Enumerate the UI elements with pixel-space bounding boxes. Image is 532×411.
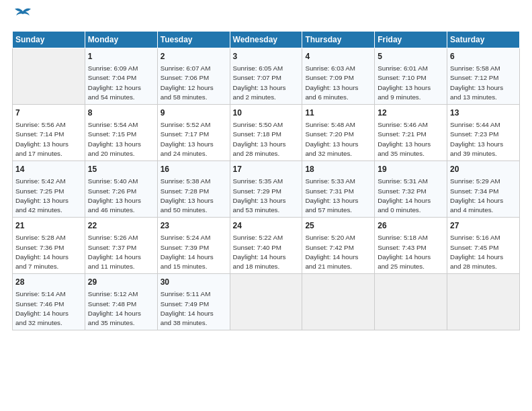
day-number: 21	[15, 220, 82, 231]
calendar-cell: 21Sunrise: 5:28 AMSunset: 7:36 PMDayligh…	[13, 218, 85, 274]
day-number: 28	[15, 277, 82, 287]
day-info: Sunrise: 6:01 AMSunset: 7:10 PMDaylight:…	[378, 64, 431, 101]
calendar-cell: 7Sunrise: 5:56 AMSunset: 7:14 PMDaylight…	[13, 105, 85, 161]
calendar-cell: 10Sunrise: 5:50 AMSunset: 7:18 PMDayligh…	[230, 105, 302, 161]
calendar-cell: 11Sunrise: 5:48 AMSunset: 7:20 PMDayligh…	[302, 105, 375, 161]
day-info: Sunrise: 5:29 AMSunset: 7:34 PMDaylight:…	[450, 177, 503, 214]
day-number: 13	[450, 107, 517, 118]
day-info: Sunrise: 5:28 AMSunset: 7:36 PMDaylight:…	[15, 234, 69, 270]
day-number: 30	[161, 277, 227, 287]
calendar-week-row: 7Sunrise: 5:56 AMSunset: 7:14 PMDaylight…	[13, 105, 520, 161]
calendar-cell: 26Sunrise: 5:18 AMSunset: 7:43 PMDayligh…	[375, 218, 447, 274]
day-info: Sunrise: 5:18 AMSunset: 7:43 PMDaylight:…	[378, 234, 431, 270]
calendar-cell: 30Sunrise: 5:11 AMSunset: 7:49 PMDayligh…	[157, 274, 230, 330]
weekday-header-saturday: Saturday	[447, 32, 520, 48]
day-info: Sunrise: 5:12 AMSunset: 7:48 PMDaylight:…	[88, 290, 141, 326]
calendar-cell: 4Sunrise: 6:03 AMSunset: 7:09 PMDaylight…	[302, 48, 375, 105]
calendar-cell: 13Sunrise: 5:44 AMSunset: 7:23 PMDayligh…	[447, 105, 520, 161]
calendar-cell: 12Sunrise: 5:46 AMSunset: 7:21 PMDayligh…	[375, 105, 447, 161]
day-info: Sunrise: 5:31 AMSunset: 7:32 PMDaylight:…	[378, 177, 431, 214]
calendar-table: SundayMondayTuesdayWednesdayThursdayFrid…	[12, 31, 520, 330]
calendar-week-row: 28Sunrise: 5:14 AMSunset: 7:46 PMDayligh…	[13, 274, 520, 330]
calendar-cell: 15Sunrise: 5:40 AMSunset: 7:26 PMDayligh…	[85, 161, 157, 218]
day-number: 22	[88, 220, 154, 231]
day-number: 20	[450, 164, 517, 175]
day-info: Sunrise: 5:58 AMSunset: 7:12 PMDaylight:…	[450, 64, 503, 101]
calendar-cell: 17Sunrise: 5:35 AMSunset: 7:29 PMDayligh…	[230, 161, 302, 218]
day-info: Sunrise: 6:09 AMSunset: 7:04 PMDaylight:…	[88, 64, 141, 101]
calendar-page: SundayMondayTuesdayWednesdayThursdayFrid…	[0, 0, 532, 337]
calendar-cell: 18Sunrise: 5:33 AMSunset: 7:31 PMDayligh…	[302, 161, 375, 218]
calendar-cell	[230, 274, 302, 330]
logo-bird-icon	[13, 6, 32, 21]
calendar-cell	[302, 274, 375, 330]
calendar-cell: 28Sunrise: 5:14 AMSunset: 7:46 PMDayligh…	[13, 274, 85, 330]
day-number: 29	[88, 277, 154, 287]
calendar-cell: 1Sunrise: 6:09 AMSunset: 7:04 PMDaylight…	[85, 48, 157, 105]
day-info: Sunrise: 5:38 AMSunset: 7:28 PMDaylight:…	[161, 177, 214, 214]
calendar-cell	[13, 48, 85, 105]
weekday-header-wednesday: Wednesday	[230, 32, 302, 48]
day-number: 11	[305, 107, 371, 118]
calendar-cell: 23Sunrise: 5:24 AMSunset: 7:39 PMDayligh…	[157, 218, 230, 274]
calendar-cell	[375, 274, 447, 330]
weekday-header-tuesday: Tuesday	[157, 32, 230, 48]
weekday-header-monday: Monday	[85, 32, 157, 48]
calendar-cell: 27Sunrise: 5:16 AMSunset: 7:45 PMDayligh…	[447, 218, 520, 274]
day-info: Sunrise: 5:48 AMSunset: 7:20 PMDaylight:…	[305, 121, 358, 157]
calendar-cell: 19Sunrise: 5:31 AMSunset: 7:32 PMDayligh…	[375, 161, 447, 218]
day-info: Sunrise: 5:52 AMSunset: 7:17 PMDaylight:…	[161, 121, 214, 157]
calendar-cell: 5Sunrise: 6:01 AMSunset: 7:10 PMDaylight…	[375, 48, 447, 105]
day-number: 25	[305, 220, 371, 231]
day-info: Sunrise: 5:35 AMSunset: 7:29 PMDaylight:…	[233, 177, 286, 214]
day-info: Sunrise: 5:11 AMSunset: 7:49 PMDaylight:…	[161, 290, 214, 326]
day-info: Sunrise: 6:03 AMSunset: 7:09 PMDaylight:…	[305, 64, 358, 101]
calendar-cell: 8Sunrise: 5:54 AMSunset: 7:15 PMDaylight…	[85, 105, 157, 161]
day-info: Sunrise: 5:56 AMSunset: 7:14 PMDaylight:…	[15, 121, 69, 157]
day-number: 5	[378, 51, 444, 62]
day-number: 3	[233, 51, 300, 62]
day-info: Sunrise: 5:46 AMSunset: 7:21 PMDaylight:…	[378, 121, 431, 157]
day-number: 14	[15, 164, 82, 175]
logo	[12, 12, 32, 27]
calendar-cell: 25Sunrise: 5:20 AMSunset: 7:42 PMDayligh…	[302, 218, 375, 274]
day-info: Sunrise: 5:22 AMSunset: 7:40 PMDaylight:…	[233, 234, 286, 270]
day-number: 18	[305, 164, 371, 175]
calendar-cell: 22Sunrise: 5:26 AMSunset: 7:37 PMDayligh…	[85, 218, 157, 274]
day-info: Sunrise: 5:20 AMSunset: 7:42 PMDaylight:…	[305, 234, 358, 270]
day-number: 15	[88, 164, 154, 175]
day-info: Sunrise: 5:44 AMSunset: 7:23 PMDaylight:…	[450, 121, 503, 157]
day-info: Sunrise: 6:05 AMSunset: 7:07 PMDaylight:…	[233, 64, 286, 101]
day-number: 4	[305, 51, 371, 62]
day-number: 10	[233, 107, 300, 118]
day-info: Sunrise: 5:54 AMSunset: 7:15 PMDaylight:…	[88, 121, 141, 157]
day-number: 19	[378, 164, 444, 175]
calendar-cell: 16Sunrise: 5:38 AMSunset: 7:28 PMDayligh…	[157, 161, 230, 218]
day-info: Sunrise: 5:16 AMSunset: 7:45 PMDaylight:…	[450, 234, 503, 270]
day-info: Sunrise: 5:26 AMSunset: 7:37 PMDaylight:…	[88, 234, 141, 270]
day-number: 16	[161, 164, 227, 175]
day-number: 6	[450, 51, 517, 62]
day-number: 23	[161, 220, 227, 231]
day-number: 12	[378, 107, 444, 118]
calendar-week-row: 1Sunrise: 6:09 AMSunset: 7:04 PMDaylight…	[13, 48, 520, 105]
day-number: 27	[450, 220, 517, 231]
calendar-cell: 6Sunrise: 5:58 AMSunset: 7:12 PMDaylight…	[447, 48, 520, 105]
calendar-week-row: 21Sunrise: 5:28 AMSunset: 7:36 PMDayligh…	[13, 218, 520, 274]
weekday-header-sunday: Sunday	[13, 32, 85, 48]
day-info: Sunrise: 5:50 AMSunset: 7:18 PMDaylight:…	[233, 121, 286, 157]
page-header	[12, 12, 520, 27]
day-info: Sunrise: 5:42 AMSunset: 7:25 PMDaylight:…	[15, 177, 69, 214]
weekday-header-thursday: Thursday	[302, 32, 375, 48]
day-info: Sunrise: 5:14 AMSunset: 7:46 PMDaylight:…	[15, 290, 69, 326]
day-number: 17	[233, 164, 300, 175]
calendar-cell: 24Sunrise: 5:22 AMSunset: 7:40 PMDayligh…	[230, 218, 302, 274]
weekday-header-friday: Friday	[375, 32, 447, 48]
calendar-cell	[447, 274, 520, 330]
day-number: 8	[88, 107, 154, 118]
day-number: 2	[161, 51, 227, 62]
day-info: Sunrise: 5:33 AMSunset: 7:31 PMDaylight:…	[305, 177, 358, 214]
day-number: 9	[161, 107, 227, 118]
day-number: 7	[15, 107, 82, 118]
calendar-cell: 29Sunrise: 5:12 AMSunset: 7:48 PMDayligh…	[85, 274, 157, 330]
